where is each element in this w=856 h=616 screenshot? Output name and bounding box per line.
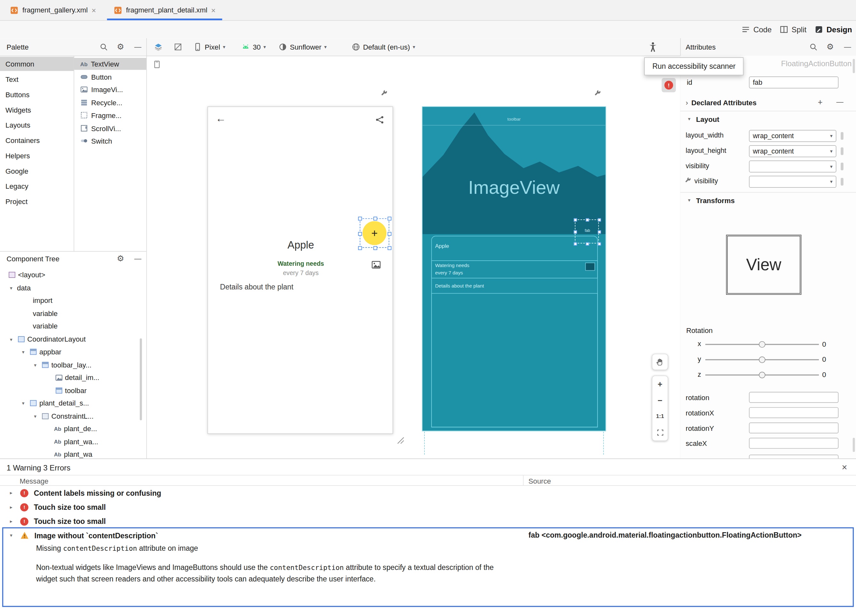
palette-category-layouts[interactable]: Layouts	[0, 118, 74, 132]
no-design-surface-icon[interactable]	[174, 43, 182, 51]
mode-code-button[interactable]: Code	[742, 21, 772, 38]
palette-category-widgets[interactable]: Widgets	[0, 103, 74, 117]
tree-item-plant-watering-2[interactable]: Ab plant_wa	[0, 448, 146, 458]
palette-item-textview[interactable]: Ab TextView	[74, 58, 146, 70]
tree-item-variable[interactable]: variable	[0, 307, 146, 320]
device-selector[interactable]: Pixel ▾	[193, 38, 225, 55]
column-header-message[interactable]: Message	[20, 477, 48, 485]
accessibility-icon[interactable]	[647, 42, 658, 52]
gear-icon[interactable]: ⚙	[117, 254, 124, 263]
attributes-scrollbar[interactable]	[853, 59, 855, 73]
column-header-source[interactable]: Source	[528, 477, 551, 485]
problem-row[interactable]: ▸ Touch size too small	[0, 514, 856, 528]
hide-panel-icon[interactable]: —	[134, 43, 142, 50]
palette-item-recyclerview[interactable]: Recycle...	[74, 97, 146, 109]
chevron-down-icon[interactable]: ▾	[8, 533, 15, 538]
chevron-down-icon[interactable]: ▾	[8, 285, 15, 291]
tab-fragment-plant-detail[interactable]: fragment_plant_detail.xml ×	[107, 0, 222, 20]
tree-item-coordinatorlayout[interactable]: ▾ CoordinatorLayout	[0, 333, 146, 345]
close-icon[interactable]: ×	[842, 462, 847, 473]
fab-selection-outline[interactable]	[360, 219, 389, 248]
rotation-x-slider[interactable]	[705, 338, 819, 351]
problem-row[interactable]: ▸ Content labels missing or confusing	[0, 486, 856, 500]
zoom-reset-button[interactable]: 1:1	[652, 408, 668, 424]
palette-item-scrollview[interactable]: ScrollVi...	[74, 122, 146, 134]
palette-item-imageview[interactable]: ImageVi...	[74, 83, 146, 95]
visibility-dropdown[interactable]: ▾	[749, 160, 836, 173]
rotation-y-slider[interactable]	[705, 354, 819, 366]
hide-panel-icon[interactable]: —	[844, 43, 851, 50]
zoom-out-button[interactable]: −	[652, 392, 668, 408]
id-field[interactable]: fab	[749, 77, 838, 89]
scalex-field[interactable]	[749, 438, 838, 449]
rotationx-field[interactable]	[749, 407, 838, 418]
close-tab-icon[interactable]: ×	[211, 6, 216, 14]
next-field-partial[interactable]	[749, 455, 838, 459]
design-preview[interactable]: ← Apple Watering needs every 7 days Deta…	[208, 106, 393, 434]
pan-tool-button[interactable]	[652, 354, 668, 370]
tree-item-constraintlayout[interactable]: ▾ ConstraintL...	[0, 410, 146, 422]
issue-panel-button[interactable]	[662, 78, 676, 92]
tree-item-toolbar-layout[interactable]: ▾ toolbar_lay...	[0, 359, 146, 371]
gear-icon[interactable]: ⚙	[117, 43, 124, 51]
tree-item-plant-watering[interactable]: Ab plant_wa...	[0, 436, 146, 448]
device-frame-icon[interactable]	[153, 60, 161, 69]
tree-item-plant-detail-scrollview[interactable]: ▾ plant_detail_s...	[0, 397, 146, 410]
palette-item-button[interactable]: Button	[74, 71, 146, 83]
chevron-down-icon[interactable]: ▾	[20, 349, 26, 354]
tree-item-layout[interactable]: <layout>	[0, 269, 146, 281]
palette-category-google[interactable]: Google	[0, 164, 74, 178]
attributes-scrollbar[interactable]	[853, 438, 855, 452]
blueprint-fab-selection[interactable]: fab	[575, 219, 599, 243]
layout-height-dropdown[interactable]: wrap_content▾	[749, 145, 836, 157]
theme-selector[interactable]: Sunflower ▾	[278, 38, 326, 55]
tree-item-import[interactable]: import	[0, 294, 146, 307]
tree-item-appbar[interactable]: ▾ appbar	[0, 345, 146, 358]
hide-panel-icon[interactable]: —	[134, 255, 142, 262]
chevron-right-icon[interactable]: ▸	[8, 519, 15, 524]
resource-picker[interactable]	[841, 163, 844, 171]
resource-picker[interactable]	[841, 178, 844, 185]
tools-visibility-dropdown[interactable]: ▾	[749, 176, 836, 188]
palette-category-containers[interactable]: Containers	[0, 133, 74, 147]
blueprint-preview[interactable]: toolbar ImageView Apple Watering needs e…	[422, 106, 606, 431]
mode-design-button[interactable]: Design	[814, 21, 852, 38]
search-icon[interactable]	[809, 43, 818, 51]
resource-picker[interactable]	[841, 148, 844, 155]
rotationy-field[interactable]	[749, 422, 838, 433]
declared-attributes-section[interactable]: › Declared Attributes	[686, 96, 756, 109]
api-selector[interactable]: 30 ▾	[241, 38, 266, 55]
resource-picker[interactable]	[841, 132, 844, 140]
layout-section[interactable]: ▾ Layout	[686, 112, 719, 126]
locale-selector[interactable]: Default (en-us) ▾	[351, 38, 415, 55]
chevron-right-icon[interactable]: ▸	[8, 504, 15, 510]
mode-split-button[interactable]: Split	[779, 21, 807, 38]
palette-category-text[interactable]: Text	[0, 72, 74, 86]
problem-row[interactable]: ▸ Touch size too small	[0, 500, 856, 514]
chevron-down-icon[interactable]: ▾	[8, 336, 15, 342]
close-tab-icon[interactable]: ×	[91, 6, 96, 14]
transforms-section[interactable]: ▾ Transforms	[686, 194, 735, 207]
palette-category-buttons[interactable]: Buttons	[0, 87, 74, 102]
gear-icon[interactable]: ⚙	[827, 43, 834, 51]
chevron-down-icon[interactable]: ▾	[20, 400, 26, 406]
layout-width-dropdown[interactable]: wrap_content▾	[749, 130, 836, 142]
rotation-z-slider[interactable]	[705, 369, 819, 381]
remove-attribute-icon[interactable]: —	[836, 98, 844, 105]
tree-item-variable[interactable]: variable	[0, 320, 146, 332]
tree-scrollbar[interactable]	[140, 338, 142, 420]
tree-item-plant-detail-name[interactable]: Ab plant_de...	[0, 422, 146, 435]
tree-item-toolbar[interactable]: toolbar	[0, 384, 146, 397]
resize-handle-icon[interactable]	[396, 436, 406, 445]
zoom-in-button[interactable]: +	[652, 376, 668, 392]
palette-item-fragmentcontainerview[interactable]: Fragme...	[74, 109, 146, 121]
palette-category-legacy[interactable]: Legacy	[0, 179, 74, 193]
tab-fragment-gallery[interactable]: fragment_gallery.xml ×	[3, 0, 102, 20]
palette-category-project[interactable]: Project	[0, 194, 74, 208]
zoom-to-fit-button[interactable]	[652, 424, 668, 440]
chevron-down-icon[interactable]: ▾	[32, 414, 39, 419]
add-attribute-icon[interactable]: +	[818, 97, 823, 106]
chevron-right-icon[interactable]: ▸	[8, 490, 15, 496]
layers-icon[interactable]	[154, 43, 163, 51]
rotation-field[interactable]	[749, 392, 838, 403]
